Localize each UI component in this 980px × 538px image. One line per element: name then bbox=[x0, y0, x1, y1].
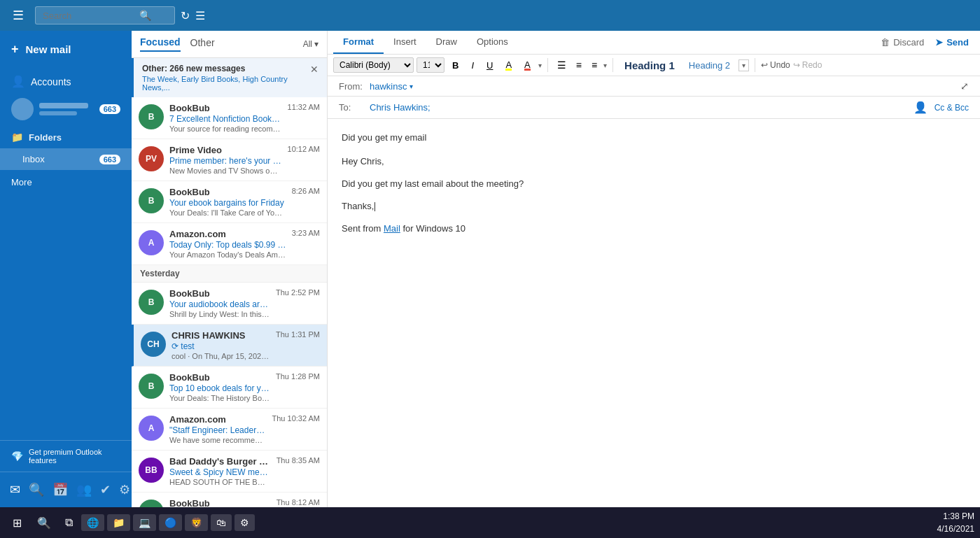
mail-time: Thu 8:35 AM bbox=[276, 456, 320, 465]
task-view-icon[interactable]: ⧉ bbox=[59, 512, 78, 533]
refresh-icon[interactable]: ↻ bbox=[181, 9, 190, 22]
tasks-icon[interactable]: ✔ bbox=[96, 478, 115, 502]
chevron-down-icon: ▾ bbox=[314, 39, 318, 49]
brave-taskbar-icon[interactable]: 🦁 bbox=[185, 514, 208, 531]
mail-icon[interactable]: ✉ bbox=[6, 478, 24, 502]
bold-button[interactable]: B bbox=[447, 58, 463, 73]
mail-item[interactable]: B BookBub Your audiobook deals are here … bbox=[132, 283, 327, 325]
mail-item[interactable]: A Amazon.com "Staff Engineer: Leadership… bbox=[132, 409, 327, 451]
mail-link[interactable]: Mail bbox=[384, 223, 400, 234]
calendar-icon[interactable]: 📅 bbox=[48, 478, 72, 502]
dell-taskbar-icon[interactable]: 💻 bbox=[133, 514, 156, 531]
number-list-button[interactable]: ≡ bbox=[573, 58, 585, 72]
expand-compose-icon[interactable]: ⤢ bbox=[960, 80, 969, 92]
search-input[interactable] bbox=[43, 10, 134, 21]
all-dropdown[interactable]: All ▾ bbox=[303, 39, 318, 49]
undo-button[interactable]: ↩ Undo bbox=[761, 60, 790, 70]
more-item[interactable]: More bbox=[0, 170, 132, 194]
from-value[interactable]: hawkinsc ▾ bbox=[370, 81, 413, 92]
mail-sender: Prime Video bbox=[169, 145, 282, 155]
premium-feature-item[interactable]: 💎 Get premium Outlook features bbox=[0, 440, 132, 472]
mail-item[interactable]: PV Prime Video Prime member: here's your… bbox=[132, 139, 327, 181]
filter-icon[interactable]: ☰ bbox=[195, 9, 205, 22]
body-line-greeting: Hey Chris, bbox=[342, 154, 966, 169]
tab-other[interactable]: Other bbox=[190, 37, 215, 51]
mail-subject: Prime member: here's your weekly F bbox=[169, 156, 282, 166]
discard-icon: 🗑 bbox=[881, 37, 890, 48]
mail-item[interactable]: B BookBub Your ebook bargains for Thursd… bbox=[132, 493, 327, 507]
body-line-thanks: Thanks, bbox=[342, 199, 966, 214]
font-family-select[interactable]: Calibri (Body) bbox=[333, 57, 414, 73]
mail-preview: Your Amazon Today's Deals Amazon A bbox=[169, 250, 286, 259]
to-value[interactable]: Chris Hawkins; bbox=[370, 102, 430, 113]
mail-item[interactable]: B BookBub 7 Excellent Nonfiction Books t… bbox=[132, 97, 327, 139]
dropdown-arrow-color[interactable]: ▾ bbox=[538, 62, 542, 69]
mail-preview: New Movies and TV Shows on Prime bbox=[169, 167, 282, 175]
chrome-taskbar-icon[interactable]: 🔵 bbox=[159, 514, 182, 531]
folder-icon: 📁 bbox=[11, 132, 23, 143]
underline-button[interactable]: U bbox=[482, 58, 498, 73]
compose-body[interactable]: Did you get my email Hey Chris, Did you … bbox=[328, 119, 980, 507]
toolbar-divider-3 bbox=[755, 58, 755, 72]
account-row: 663 bbox=[0, 95, 132, 126]
heading-2-style[interactable]: Heading 2 bbox=[683, 59, 736, 72]
dropdown-arrow-align[interactable]: ▾ bbox=[603, 62, 607, 69]
from-dropdown-icon: ▾ bbox=[410, 83, 413, 90]
other-notification[interactable]: Other: 266 new messages The Week, Early … bbox=[132, 58, 327, 97]
tab-draw[interactable]: Draw bbox=[426, 31, 467, 54]
avatar: B bbox=[139, 188, 164, 213]
search-bottom-icon[interactable]: 🔍 bbox=[24, 478, 48, 502]
settings-taskbar-icon[interactable]: ⚙ bbox=[234, 514, 255, 531]
discard-button[interactable]: 🗑 Discard bbox=[881, 37, 924, 48]
mail-preview: cool · On Thu, Apr 15, 2021 at 1:30 bbox=[172, 352, 270, 360]
mail-item[interactable]: CH CHRIS HAWKINS ⟳ test cool · On Thu, A… bbox=[132, 325, 327, 367]
inbox-label: Inbox bbox=[22, 154, 99, 164]
mail-subject: "Staff Engineer: Leadership..." ar bbox=[169, 425, 267, 435]
mail-item[interactable]: B BookBub Your ebook bargains for Friday… bbox=[132, 181, 327, 223]
heading-dropdown[interactable]: ▾ bbox=[738, 59, 749, 71]
mail-items: B BookBub 7 Excellent Nonfiction Books t… bbox=[132, 97, 327, 507]
edge-taskbar-icon[interactable]: 🌐 bbox=[81, 514, 104, 531]
mail-item[interactable]: B BookBub Top 10 ebook deals for you thi… bbox=[132, 367, 327, 409]
close-icon[interactable]: ✕ bbox=[310, 64, 318, 75]
accounts-item[interactable]: 👤 Accounts bbox=[0, 68, 132, 95]
highlight-button[interactable]: A bbox=[500, 57, 517, 73]
compose-from-row: From: hawkinsc ▾ ⤢ bbox=[328, 76, 980, 97]
bullet-list-button[interactable]: ☰ bbox=[554, 58, 570, 72]
mail-preview: HEAD SOUTH OF THE BORDER wi bbox=[169, 478, 271, 486]
mail-item[interactable]: BB Bad Daddy's Burger Bar Sweet & Spicy … bbox=[132, 451, 327, 493]
send-button[interactable]: ➤ Send bbox=[935, 37, 969, 48]
folders-item[interactable]: 📁 Folders bbox=[0, 126, 132, 148]
inbox-item[interactable]: Inbox 663 bbox=[0, 148, 132, 170]
avatar: CH bbox=[141, 332, 166, 357]
heading-1-style[interactable]: Heading 1 bbox=[619, 58, 680, 73]
store-taskbar-icon[interactable]: 🛍 bbox=[211, 514, 232, 531]
add-contact-icon[interactable]: 👤 bbox=[913, 101, 927, 114]
body-line-sent: Sent from Mail for Windows 10 bbox=[342, 221, 966, 236]
mail-sender: BookBub bbox=[169, 288, 270, 299]
redo-button[interactable]: ↪ Redo bbox=[793, 60, 822, 70]
align-button[interactable]: ≡ bbox=[588, 58, 601, 72]
search-icon[interactable]: 🔍 bbox=[139, 10, 151, 21]
italic-button[interactable]: I bbox=[466, 58, 479, 73]
search-taskbar-icon[interactable]: 🔍 bbox=[31, 512, 57, 534]
mail-item[interactable]: A Amazon.com Today Only: Top deals $0.99… bbox=[132, 223, 327, 265]
sidebar-bottom-icons: ✉ 🔍 📅 👥 ✔ ⚙ bbox=[0, 472, 132, 507]
hamburger-icon[interactable]: ☰ bbox=[7, 5, 29, 26]
mail-preview: Your Deals: The History Book by D bbox=[169, 394, 270, 402]
tab-options[interactable]: Options bbox=[467, 31, 518, 54]
tab-format[interactable]: Format bbox=[333, 31, 384, 54]
toolbar-divider-1 bbox=[547, 58, 548, 72]
explorer-taskbar-icon[interactable]: 📁 bbox=[107, 514, 130, 531]
cc-bcc-button[interactable]: Cc & Bcc bbox=[934, 103, 969, 113]
mail-time: Thu 8:12 AM bbox=[276, 498, 320, 507]
font-color-button[interactable]: A bbox=[519, 57, 536, 73]
tab-insert[interactable]: Insert bbox=[384, 31, 426, 54]
new-mail-button[interactable]: + New mail bbox=[0, 31, 132, 68]
start-button[interactable]: ⊞ bbox=[6, 512, 29, 534]
font-size-select[interactable]: 11 bbox=[416, 57, 444, 73]
mail-time: 3:23 AM bbox=[292, 229, 320, 237]
contacts-icon[interactable]: 👥 bbox=[72, 478, 96, 502]
tab-focused[interactable]: Focused bbox=[140, 36, 181, 52]
mail-time: Thu 1:28 PM bbox=[276, 372, 320, 381]
